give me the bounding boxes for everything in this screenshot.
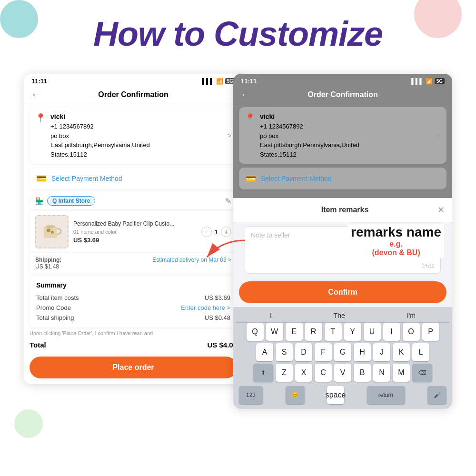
disclaimer: Upon clicking 'Place Order', I confirm I… <box>30 330 237 336</box>
key-i[interactable]: I <box>383 323 400 341</box>
product-image <box>35 215 69 248</box>
key-backspace[interactable]: ⌫ <box>412 364 432 382</box>
suggestion-the[interactable]: The <box>334 312 345 319</box>
key-mic[interactable]: 🎤 <box>427 386 446 404</box>
keyboard-row-3: ⬆ Z X C V B N M ⌫ <box>235 364 450 382</box>
key-y[interactable]: Y <box>344 323 361 341</box>
key-x[interactable]: X <box>295 364 312 382</box>
key-m[interactable]: M <box>393 364 410 382</box>
key-shift[interactable]: ⬆ <box>253 364 273 382</box>
summary-section: Summary Total item costs US $3.69 Promo … <box>30 277 237 327</box>
address-icon: 📍 <box>35 113 46 123</box>
key-s[interactable]: S <box>276 343 293 361</box>
address-state-right: States,15112 <box>260 150 432 159</box>
summary-shipping: Total shipping US $0.48 <box>36 313 230 323</box>
key-f[interactable]: F <box>315 343 332 361</box>
address-phone: +1 1234567892 <box>50 122 223 131</box>
item-remarks-modal: Item remarks ✕ Note to seller 0/512 rema… <box>233 198 452 409</box>
svg-point-2 <box>47 228 50 232</box>
key-j[interactable]: J <box>373 343 390 361</box>
suggestion-im[interactable]: I'm <box>407 312 416 319</box>
address-pobox: po box <box>50 131 223 141</box>
address-section[interactable]: 📍 vicki +1 1234567892 po box East pittsb… <box>30 107 237 164</box>
key-r[interactable]: R <box>305 323 322 341</box>
store-header: 🏪 Q Infant Store ✎ <box>30 192 237 209</box>
header-title-right: Order Confirmation <box>307 90 378 99</box>
payment-section-right[interactable]: 💳 Select Payment Method <box>239 168 446 189</box>
item-costs-label: Total item costs <box>36 294 79 301</box>
summary-title: Summary <box>36 281 230 289</box>
red-arrow-container <box>198 236 255 266</box>
key-p[interactable]: P <box>422 323 439 341</box>
key-q[interactable]: Q <box>247 323 264 341</box>
key-g[interactable]: G <box>334 343 351 361</box>
key-v[interactable]: V <box>334 364 351 382</box>
remarks-container: Note to seller 0/512 remarks name e.g. (… <box>239 226 446 274</box>
place-order-button[interactable]: Place order <box>30 357 237 378</box>
keyboard: I The I'm Q W E R T Y U I O P A S D <box>233 307 452 409</box>
key-space[interactable]: space <box>327 386 344 404</box>
gray-overlay: 11:11 ▌▌▌ 📶 5G ← Order Confirmation 📍 vi… <box>233 74 452 198</box>
key-w[interactable]: W <box>266 323 283 341</box>
total-label: Total <box>30 341 46 349</box>
payment-section[interactable]: 💳 Select Payment Method <box>30 168 237 189</box>
key-t[interactable]: T <box>325 323 342 341</box>
status-icons-left: ▌▌▌ 📶 5G <box>202 78 235 85</box>
keyboard-suggestions: I The I'm <box>235 310 450 323</box>
nav-header-right: ← Order Confirmation <box>233 87 452 103</box>
key-l[interactable]: L <box>412 343 429 361</box>
key-return[interactable]: return <box>367 386 405 404</box>
key-emoji[interactable]: 😊 <box>286 386 305 404</box>
wifi-icon: 📶 <box>216 78 223 85</box>
shipping-total-label: Total shipping <box>36 314 74 321</box>
summary-item-costs: Total item costs US $3.69 <box>36 293 230 303</box>
signal-icon-right: ▌▌▌ <box>411 78 424 85</box>
confirm-button[interactable]: Confirm <box>239 281 446 303</box>
shipping-total-value: US $0.48 <box>205 314 230 321</box>
product-price: US $3.69 <box>73 237 197 244</box>
back-button-right[interactable]: ← <box>241 90 249 100</box>
key-z[interactable]: Z <box>276 364 293 382</box>
address-state: States,15112 <box>50 150 223 159</box>
time-left: 11:11 <box>31 78 47 85</box>
key-b[interactable]: B <box>354 364 371 382</box>
address-name: vicki <box>50 112 223 122</box>
address-chevron: > <box>228 132 231 139</box>
key-n[interactable]: N <box>373 364 390 382</box>
summary-promo[interactable]: Promo Code Enter code here > <box>36 303 230 313</box>
qty-value: 1 <box>215 228 218 236</box>
address-city-right: East pittsburgh,Pennsylvania,United <box>260 140 432 150</box>
signal-icon: ▌▌▌ <box>202 78 214 85</box>
product-details: Personalized Baby Pacifier Clip Custo...… <box>73 220 197 244</box>
key-123[interactable]: 123 <box>239 386 263 404</box>
keyboard-row-1: Q W E R T Y U I O P <box>235 323 450 341</box>
address-text-right: vicki +1 1234567892 po box East pittsbur… <box>260 112 432 159</box>
key-e[interactable]: E <box>286 323 303 341</box>
phone-right: 11:11 ▌▌▌ 📶 5G ← Order Confirmation 📍 vi… <box>233 74 452 409</box>
address-section-right[interactable]: 📍 vicki +1 1234567892 po box East pittsb… <box>239 107 446 164</box>
store-name-badge: Q Infant Store <box>47 196 95 206</box>
key-c[interactable]: C <box>315 364 332 382</box>
battery-right: 5G <box>435 78 445 84</box>
address-phone-right: +1 1234567892 <box>260 122 432 131</box>
promo-value[interactable]: Enter code here > <box>181 304 230 311</box>
status-icons-right: ▌▌▌ 📶 5G <box>411 78 445 85</box>
key-k[interactable]: K <box>393 343 410 361</box>
key-o[interactable]: O <box>403 323 420 341</box>
key-a[interactable]: A <box>256 343 273 361</box>
key-u[interactable]: U <box>364 323 381 341</box>
back-button-left[interactable]: ← <box>31 90 40 100</box>
header-title-left: Order Confirmation <box>98 90 169 99</box>
key-d[interactable]: D <box>295 343 312 361</box>
payment-icon: 💳 <box>36 173 47 184</box>
modal-header: Item remarks ✕ <box>233 198 452 222</box>
wifi-icon-right: 📶 <box>426 78 433 85</box>
suggestion-i[interactable]: I <box>270 312 272 319</box>
product-variant: 01 name and color <box>73 229 197 235</box>
status-bar-right: 11:11 ▌▌▌ 📶 5G <box>233 74 452 87</box>
key-h[interactable]: H <box>354 343 371 361</box>
modal-close-button[interactable]: ✕ <box>437 205 445 215</box>
svg-point-1 <box>46 225 55 228</box>
store-edit-icon[interactable]: ✎ <box>225 197 231 206</box>
payment-icon-right: 💳 <box>246 173 256 184</box>
